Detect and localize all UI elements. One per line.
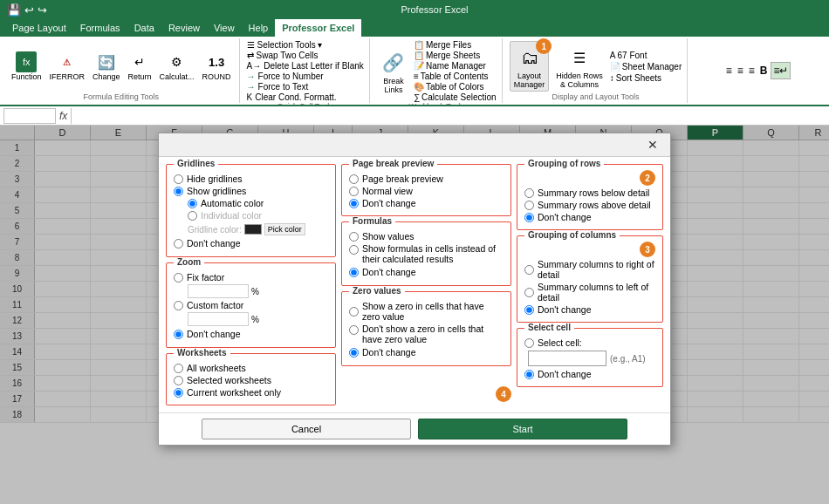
show-formulas-option[interactable]: Show formulas in cells instead of their … bbox=[349, 243, 504, 264]
tab-professor-excel[interactable]: Professor Excel bbox=[275, 19, 361, 37]
all-worksheets-option[interactable]: All worksheets bbox=[174, 363, 328, 373]
formulas-dont-change-option[interactable]: Don't change bbox=[349, 267, 504, 277]
page-break-preview-option[interactable]: Page break preview bbox=[349, 174, 504, 184]
selected-worksheets-radio[interactable] bbox=[174, 376, 183, 385]
summary-below-radio[interactable] bbox=[524, 188, 534, 198]
summary-left-option[interactable]: Summary columns to left of detail bbox=[524, 282, 655, 303]
table-of-contents-btn[interactable]: ≡ Table of Contents bbox=[414, 72, 497, 81]
individual-color-option[interactable]: Individual color bbox=[188, 210, 328, 221]
function-btn[interactable]: fx Function bbox=[9, 50, 45, 83]
normal-view-option[interactable]: Normal view bbox=[349, 186, 504, 196]
hide-zero-radio[interactable] bbox=[349, 325, 359, 335]
auto-color-radio[interactable] bbox=[188, 199, 197, 208]
pagebreak-dont-change-option[interactable]: Don't change bbox=[349, 198, 504, 208]
hide-gridlines-option[interactable]: Hide gridlines bbox=[174, 174, 328, 184]
round-btn[interactable]: 1.3 ROUND bbox=[200, 50, 234, 83]
fix-factor-input[interactable] bbox=[188, 284, 249, 298]
font-btn[interactable]: A 67 Font bbox=[610, 51, 682, 60]
normal-view-radio[interactable] bbox=[349, 187, 359, 196]
layout-manager-btn[interactable]: 🗂 LayoutManager 1 bbox=[510, 41, 550, 92]
clear-format-btn[interactable]: K Clear Cond. Formatt. bbox=[247, 92, 364, 102]
show-formulas-radio[interactable] bbox=[349, 245, 359, 255]
summary-right-radio[interactable] bbox=[524, 265, 534, 275]
align-right-icon[interactable]: ≡ bbox=[747, 63, 757, 78]
selected-worksheets-option[interactable]: Selected worksheets bbox=[174, 375, 328, 385]
auto-color-option[interactable]: Automatic color bbox=[188, 198, 328, 208]
summary-above-option[interactable]: Summary rows above detail bbox=[524, 200, 655, 210]
current-worksheet-radio[interactable] bbox=[174, 388, 183, 398]
sheet-manager-btn[interactable]: 📄 Sheet Manager bbox=[610, 62, 682, 72]
individual-color-radio[interactable] bbox=[188, 211, 197, 221]
select-cell-option[interactable]: Select cell: bbox=[524, 337, 655, 348]
grouprows-dont-change-radio[interactable] bbox=[524, 213, 534, 222]
fix-factor-option[interactable]: Fix factor bbox=[174, 272, 328, 283]
hide-zero-option[interactable]: Don't show a zero in cells that have zer… bbox=[349, 324, 504, 344]
select-cell-radio[interactable] bbox=[524, 338, 534, 348]
formula-input[interactable] bbox=[75, 111, 826, 121]
table-colors-btn[interactable]: 🎨 Table of Colors bbox=[414, 82, 497, 92]
bold-icon[interactable]: B bbox=[758, 63, 770, 78]
change-ref-btn[interactable]: 🔄 Change bbox=[90, 50, 123, 83]
return-blanks-btn[interactable]: ↵ Return bbox=[126, 50, 154, 83]
zero-dont-change-option[interactable]: Don't change bbox=[349, 347, 504, 358]
sort-sheets-btn[interactable]: ↕ Sort Sheets bbox=[610, 73, 682, 83]
modal-close-btn[interactable]: ✕ bbox=[644, 138, 661, 152]
force-number-btn[interactable]: → Force to Number bbox=[247, 72, 364, 81]
hide-gridlines-radio[interactable] bbox=[174, 174, 183, 184]
tab-view[interactable]: View bbox=[207, 19, 242, 37]
show-zero-radio[interactable] bbox=[349, 307, 359, 317]
delete-last-btn[interactable]: A→ Delete Last Letter if Blank bbox=[247, 61, 364, 71]
show-gridlines-radio[interactable] bbox=[174, 187, 183, 196]
tab-page-layout[interactable]: Page Layout bbox=[5, 19, 73, 37]
page-break-preview-radio[interactable] bbox=[349, 174, 359, 184]
summary-below-option[interactable]: Summary rows below detail bbox=[524, 187, 655, 198]
cell-address-input[interactable] bbox=[528, 351, 606, 366]
redo-icon[interactable]: ↪ bbox=[38, 3, 47, 17]
align-center-icon[interactable]: ≡ bbox=[736, 63, 745, 78]
tab-help[interactable]: Help bbox=[242, 19, 276, 37]
summary-above-radio[interactable] bbox=[524, 201, 534, 210]
fix-factor-radio[interactable] bbox=[174, 273, 183, 283]
name-box[interactable] bbox=[3, 108, 56, 124]
custom-factor-option[interactable]: Custom factor bbox=[174, 300, 328, 310]
pick-color-btn[interactable]: Pick color bbox=[264, 223, 305, 235]
break-links-btn[interactable]: 🔗 BreakLinks bbox=[377, 47, 410, 96]
pagebreak-dont-change-radio[interactable] bbox=[349, 199, 359, 208]
start-button[interactable]: Start bbox=[418, 419, 627, 439]
iferror-btn[interactable]: ⚠ IFERROR bbox=[47, 50, 88, 83]
show-values-radio[interactable] bbox=[349, 232, 359, 242]
show-gridlines-option[interactable]: Show gridlines bbox=[174, 186, 328, 196]
save-icon[interactable]: 💾 bbox=[7, 3, 21, 17]
wrap-text-icon[interactable]: ≡↵ bbox=[771, 62, 791, 79]
calculation-btn[interactable]: ⚙ Calculat... bbox=[157, 50, 197, 83]
summary-left-radio[interactable] bbox=[524, 288, 534, 297]
align-left-icon[interactable]: ≡ bbox=[724, 63, 734, 78]
name-manager-btn[interactable]: 📝 Name Manager bbox=[414, 61, 497, 71]
merge-files-btn[interactable]: 📋 Merge Files bbox=[414, 40, 497, 50]
zero-dont-change-radio[interactable] bbox=[349, 348, 359, 358]
swap-cells-btn[interactable]: ⇄ Swap Two Cells bbox=[247, 51, 364, 60]
calc-selection-btn[interactable]: ∑ Calculate Selection bbox=[414, 92, 497, 102]
tab-data[interactable]: Data bbox=[127, 19, 161, 37]
formulas-dont-change-radio[interactable] bbox=[349, 268, 359, 277]
groupcols-dont-change-option[interactable]: Don't change bbox=[524, 304, 655, 315]
force-text-btn[interactable]: → Force to Text bbox=[247, 82, 364, 92]
gridlines-dont-change-option[interactable]: Don't change bbox=[174, 238, 328, 249]
grouprows-dont-change-option[interactable]: Don't change bbox=[524, 212, 655, 222]
tab-review[interactable]: Review bbox=[161, 19, 207, 37]
custom-factor-input[interactable] bbox=[188, 312, 249, 326]
tab-formulas[interactable]: Formulas bbox=[73, 19, 127, 37]
hidden-rows-btn[interactable]: ☰ Hidden Rows& Columns bbox=[552, 42, 606, 91]
cancel-button[interactable]: Cancel bbox=[202, 419, 411, 439]
selection-tools-btn[interactable]: ☰ Selection Tools ▾ bbox=[247, 40, 364, 50]
show-values-option[interactable]: Show values bbox=[349, 231, 504, 242]
selectcell-dont-change-radio[interactable] bbox=[524, 370, 534, 379]
zoom-dont-change-option[interactable]: Don't change bbox=[174, 329, 328, 339]
selectcell-dont-change-option[interactable]: Don't change bbox=[524, 369, 655, 379]
summary-right-option[interactable]: Summary columns to right of detail bbox=[524, 259, 655, 280]
custom-factor-radio[interactable] bbox=[174, 301, 183, 310]
undo-icon[interactable]: ↩ bbox=[24, 3, 34, 17]
groupcols-dont-change-radio[interactable] bbox=[524, 305, 534, 315]
zoom-dont-change-radio[interactable] bbox=[174, 330, 183, 339]
all-worksheets-radio[interactable] bbox=[174, 364, 183, 373]
